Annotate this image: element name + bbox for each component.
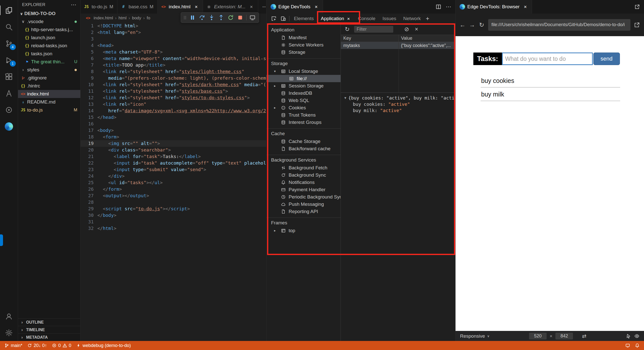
tab-extension-m[interactable]: Extension: M...× bbox=[203, 0, 258, 14]
code-line[interactable]: 11 <link rel="stylesheet" href="styles/b… bbox=[81, 88, 266, 94]
code-line[interactable]: 18 <form> bbox=[81, 134, 266, 140]
sidebar-item-background-sync[interactable]: Background Sync bbox=[267, 171, 341, 179]
panel-timeline[interactable]: ›TIMELINE bbox=[18, 326, 80, 333]
code-line[interactable]: 31 bbox=[81, 219, 266, 225]
status-notifications[interactable] bbox=[632, 343, 642, 348]
activity-search[interactable] bbox=[0, 19, 18, 35]
close-icon[interactable]: × bbox=[523, 4, 528, 9]
activity-extensions[interactable] bbox=[0, 68, 18, 85]
code-line[interactable]: 6 <meta name="viewport" content="width=d… bbox=[81, 55, 266, 62]
more-actions-icon[interactable]: ⋯ bbox=[446, 4, 451, 10]
code-line[interactable]: 4<head> bbox=[81, 42, 266, 49]
code-line[interactable]: 12 <link rel="stylesheet" href="styles/t… bbox=[81, 94, 266, 101]
file-row-hintrc[interactable]: {}.hintrc bbox=[18, 82, 80, 90]
tab-edge-devtools-browser[interactable]: Edge DevTools: Browser × bbox=[456, 0, 532, 14]
tab-index-html[interactable]: <>index.html× bbox=[158, 0, 203, 14]
storage-row-mytasks[interactable]: mytasks{"buy cookies":"active",... bbox=[341, 42, 455, 49]
code-line[interactable]: 13 <link rel="icon" bbox=[81, 101, 266, 108]
activity-edge-devtools[interactable] bbox=[0, 118, 18, 135]
refresh-icon[interactable]: ↻ bbox=[344, 26, 350, 32]
sidebar-item-back-forward-cache[interactable]: Back/forward cache bbox=[267, 145, 341, 152]
code-line[interactable]: 20 <div class="searchbar"> bbox=[81, 147, 266, 153]
sidebar-item-cookies[interactable]: ▸Cookies bbox=[267, 104, 341, 111]
activity-run-and-debug[interactable]: 1 bbox=[0, 52, 18, 68]
file-row-index-html[interactable]: <>index.html bbox=[18, 90, 80, 98]
activity-explorer[interactable] bbox=[0, 2, 18, 19]
more-actions-icon[interactable]: ⋯ bbox=[262, 4, 266, 10]
emulate-cursor-icon[interactable] bbox=[626, 333, 631, 339]
file-row-launch-json[interactable]: {}launch.json bbox=[18, 34, 80, 42]
activity-azure[interactable] bbox=[0, 85, 18, 102]
screencast-button[interactable] bbox=[248, 13, 257, 22]
activity-remote-targets[interactable] bbox=[0, 102, 18, 118]
step-into-button[interactable] bbox=[207, 13, 216, 22]
sidebar-item-web-sql[interactable]: Web SQL bbox=[267, 97, 341, 104]
folder-row-styles[interactable]: ›styles bbox=[18, 66, 80, 74]
pause-button[interactable] bbox=[188, 13, 197, 22]
code-line[interactable]: 8 <link rel="stylesheet" href="styles/li… bbox=[81, 68, 266, 75]
code-line[interactable]: 30</body> bbox=[81, 212, 266, 219]
more-actions-icon[interactable]: ⋯ bbox=[71, 2, 76, 8]
activity-accounts[interactable] bbox=[0, 308, 18, 324]
filter-input[interactable] bbox=[354, 26, 393, 33]
status-debug-session[interactable]: webdebug (demo-to-do) bbox=[74, 341, 133, 350]
sidebar-item-session-storage[interactable]: ▸Session Storage bbox=[267, 82, 341, 89]
forward-icon[interactable]: → bbox=[469, 22, 475, 28]
step-over-button[interactable] bbox=[198, 13, 207, 22]
inspect-element-icon[interactable] bbox=[271, 16, 277, 21]
sidebar-item-manifest[interactable]: Manifest bbox=[267, 34, 341, 41]
device-emulation-icon[interactable] bbox=[281, 16, 286, 21]
code-line[interactable]: 22 <input id="task" autocomplete="off" t… bbox=[81, 160, 266, 166]
code-line[interactable]: 1<!DOCTYPE html> bbox=[81, 23, 266, 29]
device-height-input[interactable] bbox=[555, 333, 573, 339]
file-row-http-server-tasks-j[interactable]: {}http-server-tasks.j... bbox=[18, 26, 80, 34]
add-panel-icon[interactable]: + bbox=[426, 15, 429, 22]
delete-selected-icon[interactable]: × bbox=[414, 26, 419, 32]
reload-icon[interactable]: ↻ bbox=[479, 22, 485, 28]
sidebar-item-payment-handler[interactable]: Payment Handler bbox=[267, 186, 341, 193]
close-icon[interactable]: × bbox=[346, 16, 351, 21]
code-line[interactable]: 28 bbox=[81, 199, 266, 206]
code-line[interactable]: 29 <script src="to-do.js"></script> bbox=[81, 206, 266, 212]
code-line[interactable]: 27 <output></output> bbox=[81, 192, 266, 199]
open-in-window-icon[interactable] bbox=[634, 4, 640, 10]
sidebar-item-interest-groups[interactable]: Interest Groups bbox=[267, 119, 341, 126]
code-line[interactable]: 32</html> bbox=[81, 225, 266, 232]
drag-handle-icon[interactable] bbox=[182, 16, 187, 20]
sidebar-item-notifications[interactable]: Notifications bbox=[267, 179, 341, 186]
devtools-tab-network[interactable]: Network bbox=[400, 14, 424, 24]
code-line[interactable]: 5 <meta charset="UTF-8"> bbox=[81, 49, 266, 55]
close-icon[interactable]: × bbox=[194, 4, 199, 9]
code-line[interactable]: 3 bbox=[81, 36, 266, 42]
sidebar-item-local-storage[interactable]: ▾Local Storage bbox=[267, 68, 341, 75]
column-header-key[interactable]: Key bbox=[341, 35, 399, 42]
breadcrumb-item-index-html[interactable]: <>index.html bbox=[85, 16, 113, 21]
preview-summary-row[interactable]: ▼ {buy cookies: "active", buy milk: "act… bbox=[344, 95, 452, 101]
file-row-reload-tasks-json[interactable]: {}reload-tasks.json bbox=[18, 42, 80, 50]
code-line[interactable]: 21 <label for="task">Tasks:</label> bbox=[81, 153, 266, 160]
status-screencast[interactable] bbox=[623, 343, 632, 348]
activity-source-control[interactable]: 4 bbox=[0, 35, 18, 52]
code-line[interactable]: 24 </div> bbox=[81, 173, 266, 179]
file-row-readme-md[interactable]: ↓README.md bbox=[18, 98, 80, 106]
activity-settings[interactable] bbox=[0, 324, 18, 341]
file-row-the-great-thin[interactable]: ⚑The great thin...U bbox=[18, 58, 80, 66]
restart-button[interactable] bbox=[226, 13, 235, 22]
devtools-tab-issues[interactable]: Issues bbox=[379, 14, 400, 24]
send-button[interactable]: send bbox=[593, 53, 620, 65]
close-icon[interactable]: × bbox=[249, 4, 254, 9]
sidebar-item-indexeddb[interactable]: IndexedDB bbox=[267, 89, 341, 97]
step-out-button[interactable] bbox=[217, 13, 226, 22]
device-width-input[interactable] bbox=[529, 333, 547, 339]
breadcrumb-item-fo[interactable]: fo bbox=[147, 16, 150, 21]
back-icon[interactable]: ← bbox=[460, 22, 466, 28]
file-row-to-do-js[interactable]: JSto-do.jsM bbox=[18, 106, 80, 114]
code-line[interactable]: 17<body> bbox=[81, 127, 266, 134]
split-editor-icon[interactable] bbox=[436, 4, 441, 10]
sidebar-item-reporting-api[interactable]: Reporting API bbox=[267, 208, 341, 215]
open-in-browser-icon[interactable] bbox=[634, 22, 640, 28]
sidebar-item-cache-storage[interactable]: Cache Storage bbox=[267, 138, 341, 145]
sidebar-item-file[interactable]: file:// bbox=[267, 75, 341, 82]
sidebar-item-periodic-background-sync[interactable]: Periodic Background Sync bbox=[267, 193, 341, 201]
breadcrumb-item-html[interactable]: html bbox=[118, 16, 126, 21]
